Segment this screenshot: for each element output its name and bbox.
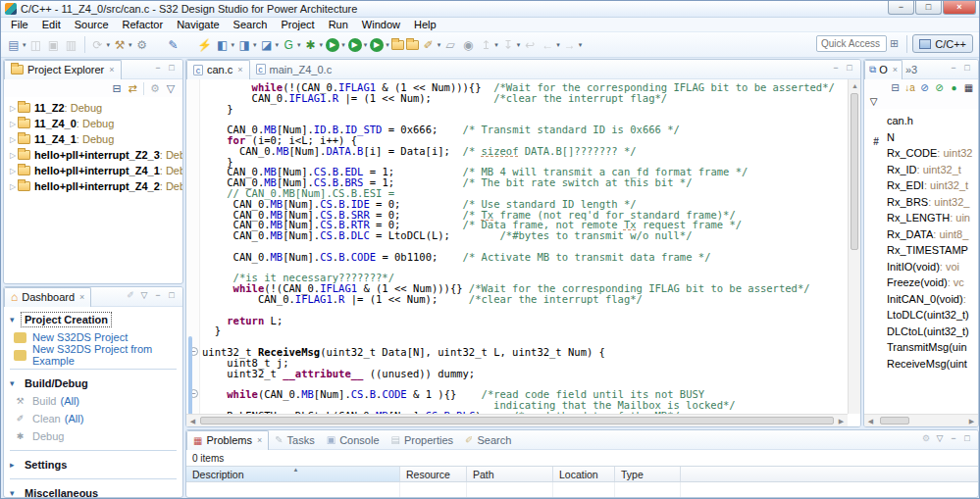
scroll-right-icon[interactable]: ▶: [835, 415, 848, 427]
hide-non-public-icon[interactable]: ●: [947, 81, 961, 95]
link-suffix[interactable]: (All): [65, 413, 84, 424]
outline-item-rx_timestamp[interactable]: Rx_TIMESTAMP: [870, 242, 978, 259]
column-header-description[interactable]: Description▲: [186, 467, 400, 481]
project-item[interactable]: ▷11_Z4_1: Debug: [8, 131, 182, 147]
code-area[interactable]: while(!(CAN_0.IFLAG1 & (1 << Num))){} /*…: [202, 79, 848, 414]
scroll-left-icon[interactable]: ◀: [864, 415, 877, 427]
outline-item-rx_code[interactable]: Rx_CODE : uint32: [870, 145, 978, 162]
save-button[interactable]: ◫: [28, 35, 44, 55]
maximize-view-button[interactable]: □: [960, 63, 974, 73]
tab-main_Z4_0-c[interactable]: cmain_Z4_0.c: [250, 60, 338, 79]
project-item[interactable]: ▷11_Z4_0: Debug: [8, 116, 182, 131]
dashboard-section-build-debug[interactable]: ▾Build/Debug: [10, 374, 177, 392]
outline-item-receivemsguint[interactable]: ReceiveMsg(uint: [870, 356, 978, 373]
scrollbar-thumb[interactable]: [200, 417, 834, 424]
coverage-button[interactable]: ▶▾: [369, 35, 389, 55]
outline-item-initcan_0void[interactable]: InitCAN_0(void) :: [870, 291, 978, 308]
link-suffix[interactable]: (All): [60, 395, 79, 407]
menu-refactor[interactable]: Refactor: [116, 19, 171, 30]
minimize-view-button[interactable]: −: [151, 63, 165, 73]
open-folder-2-button[interactable]: [406, 35, 419, 55]
hide-static-icon[interactable]: ⊘: [932, 81, 947, 95]
outline-item-initiovoid[interactable]: InitIO(void) : voi: [870, 259, 978, 275]
column-header-path[interactable]: Path: [467, 467, 553, 481]
prev-annotation-button[interactable]: ↥▾: [478, 35, 498, 55]
menu-edit[interactable]: Edit: [35, 19, 68, 30]
maximize-view-button[interactable]: □: [843, 63, 856, 73]
editor-horizontal-scrollbar[interactable]: ◀ ▶: [186, 414, 848, 426]
view-menu-icon[interactable]: ▽: [137, 290, 151, 300]
open-perspective-icon[interactable]: ⊞: [890, 37, 899, 50]
minimize-window-button[interactable]: −: [888, 1, 914, 15]
project-item[interactable]: ▷hello+pll+interrupt_Z2_3: Debug: [8, 147, 182, 163]
expand-icon[interactable]: ▷: [8, 104, 18, 113]
sort-icon[interactable]: ↓a: [903, 81, 917, 95]
maximize-view-button[interactable]: □: [960, 433, 974, 443]
tab-console[interactable]: ▣Console: [321, 430, 386, 450]
close-window-button[interactable]: ×: [943, 1, 976, 15]
run-button[interactable]: ▶▾: [325, 35, 345, 55]
last-edit-location-button[interactable]: ↩: [522, 35, 538, 55]
tab-dashboard[interactable]: ⌂ Dashboard ×: [4, 287, 91, 307]
menu-run[interactable]: Run: [322, 19, 355, 30]
pencil-button[interactable]: ✎: [166, 35, 181, 55]
maximize-view-button[interactable]: □: [165, 290, 179, 300]
maximize-view-button[interactable]: □: [165, 63, 179, 73]
outline-item-canh[interactable]: can.h: [870, 113, 978, 129]
chevron-down-icon[interactable]: ▾: [10, 315, 22, 324]
chevron-right-icon[interactable]: ▸: [10, 460, 22, 470]
editor-vertical-scrollbar[interactable]: ▲: [848, 79, 860, 414]
link-with-editor-icon[interactable]: ⇄: [125, 82, 140, 95]
collapse-all-icon[interactable]: ⊟: [888, 81, 903, 95]
outline-item-rx_brs[interactable]: Rx_BRS : uint32_: [870, 194, 978, 211]
scroll-left-icon[interactable]: ◀: [186, 415, 199, 427]
new-s-ds-project-from-example-link[interactable]: New S32DS Project from Example: [10, 346, 177, 364]
save-all-button[interactable]: ▣: [46, 35, 62, 55]
profile-button[interactable]: ▶▾: [347, 35, 368, 55]
close-icon[interactable]: ×: [109, 65, 114, 75]
tab-can-c[interactable]: ccan.c×: [186, 60, 250, 79]
menu-navigate[interactable]: Navigate: [170, 19, 226, 30]
project-item[interactable]: ▷11_Z2: Debug: [8, 100, 182, 116]
restore-window-button[interactable]: □: [915, 1, 942, 15]
tab-problems[interactable]: ▦Problems×: [186, 430, 269, 450]
mark-occurrences-button[interactable]: ✐▾: [421, 35, 441, 55]
close-icon[interactable]: ×: [79, 292, 84, 302]
column-header-resource[interactable]: Resource: [400, 467, 467, 481]
close-icon[interactable]: ×: [257, 435, 262, 445]
new-c-project-button[interactable]: ◧▾: [215, 35, 235, 55]
minimize-view-button[interactable]: −: [829, 63, 843, 73]
quick-access-input[interactable]: [816, 35, 887, 52]
filters-icon[interactable]: ⚙: [147, 82, 163, 95]
view-menu-icon[interactable]: ▽: [163, 82, 179, 95]
scrollbar-thumb[interactable]: [880, 417, 909, 424]
close-icon[interactable]: ×: [237, 65, 242, 75]
minimize-view-button[interactable]: −: [947, 433, 960, 443]
eraser-button[interactable]: ▱: [442, 35, 458, 55]
more-views-chevron[interactable]: »3: [903, 60, 920, 79]
outline-item-rx_id[interactable]: Rx_ID : uint32_t: [870, 162, 978, 178]
new-source-file-button[interactable]: ◪▾: [259, 35, 280, 55]
dashboard-section-miscellaneous[interactable]: ▾Miscellaneous: [10, 484, 177, 498]
column-header-location[interactable]: Location: [553, 467, 615, 481]
filters-icon[interactable]: ▦: [961, 81, 976, 95]
tab-tasks[interactable]: ✎Tasks: [269, 430, 321, 450]
tab-project-explorer[interactable]: Project Explorer ×: [4, 60, 122, 79]
view-menu-icon[interactable]: ▽: [933, 433, 947, 443]
outline-item-rx_edi[interactable]: Rx_EDI : uint32_t: [870, 177, 978, 194]
menu-source[interactable]: Source: [68, 19, 116, 30]
dashboard-section-project-creation[interactable]: ▾Project Creation: [10, 311, 177, 328]
back-button[interactable]: ←▾: [540, 35, 560, 55]
project-item[interactable]: ▷hello+pll+interrupt_Z4_1: Debug: [8, 163, 182, 178]
outline-item-dlctoluint32_t[interactable]: DLCtoL(uint32_t): [870, 324, 978, 340]
filters-icon[interactable]: ⚙: [919, 433, 933, 443]
open-folder-button[interactable]: [391, 35, 404, 55]
scrollbar-thumb[interactable]: [851, 93, 858, 250]
chevron-down-icon[interactable]: ▾: [10, 378, 22, 388]
outline-item-ltodlcuint32_t[interactable]: LtoDLC(uint32_t): [870, 307, 978, 324]
new-cpp-project-button[interactable]: ◨▾: [236, 35, 257, 55]
perspective-c-cpp-button[interactable]: C/C++: [912, 34, 973, 53]
forward-button[interactable]: →▾: [562, 35, 583, 55]
outline-horizontal-scrollbar[interactable]: ◀ ▶: [864, 414, 978, 426]
menu-file[interactable]: File: [4, 19, 35, 30]
